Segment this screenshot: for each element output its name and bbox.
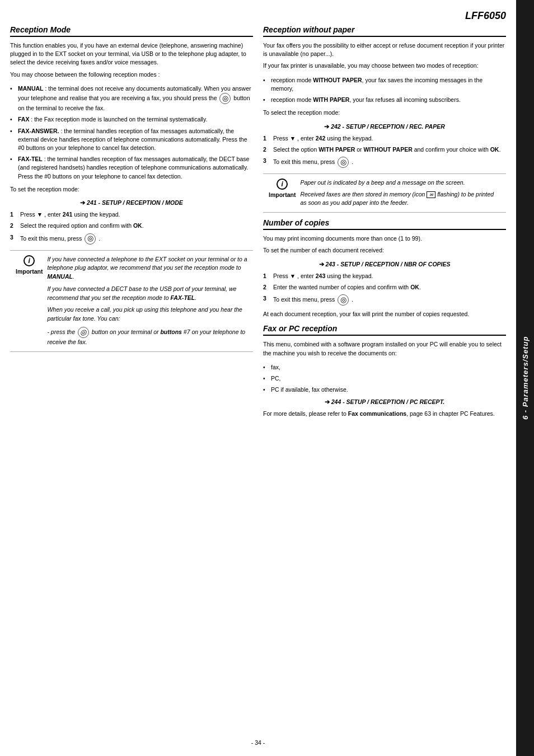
envelope-icon: ✉	[427, 191, 435, 198]
reception-without-paper-title: Reception without paper	[263, 25, 506, 37]
list-item: FAX-TEL : the terminal handles reception…	[10, 155, 253, 181]
number-of-copies-body: You may print incoming documents more th…	[263, 234, 506, 255]
main-content: LFF6050 Reception Mode This function ena…	[0, 0, 516, 756]
side-tab-label: 6 - Parameters/Setup	[521, 336, 530, 420]
page-number: - 34 -	[251, 739, 265, 746]
important-box-right1: i Important Paper out is indicated by a …	[263, 173, 506, 213]
command-path-242: 242 - SETUP / RECEPTION / REC. PAPER	[263, 123, 506, 130]
important-icon: i	[24, 255, 35, 266]
select-reception-text: To select the reception mode:	[263, 109, 506, 117]
reception-without-paper-body: Your fax offers you the possibility to e…	[263, 41, 506, 71]
exit-menu-icon-243	[338, 294, 349, 306]
reception-mode-intro: This function enables you, if you have a…	[10, 41, 253, 79]
reception-without-paper-modes: reception mode WITHOUT PAPER, your fax s…	[263, 76, 506, 105]
step-item: 1 Press ▼ , enter 243 using the keypad.	[263, 272, 506, 280]
list-item: PC if available, fax otherwise.	[263, 386, 506, 394]
page-container: LFF6050 Reception Mode This function ena…	[0, 0, 534, 756]
page-header: LFF6050	[10, 10, 506, 22]
reception-mode-title: Reception Mode	[10, 25, 253, 37]
important-box-left: i Important If you have connected a tele…	[10, 250, 253, 352]
steps-list-242: 1 Press ▼ , enter 242 using the keypad. …	[263, 134, 506, 168]
important-label: Important	[16, 267, 43, 276]
menu-button-icon	[219, 93, 231, 104]
step-item: 1 Press ▼ , enter 241 using the keypad.	[10, 210, 253, 219]
step-item: 2 Select the required option and confirm…	[10, 222, 253, 230]
command-path-243: 243 - SETUP / RECEPTION / NBR OF COPIES	[263, 261, 506, 267]
command-path-241: 241 - SETUP / RECEPTION / MODE	[10, 199, 253, 206]
fax-or-pc-body: This menu, combined with a software prog…	[263, 340, 506, 357]
list-item: reception mode WITHOUT PAPER, your fax s…	[263, 76, 506, 93]
number-of-copies-title: Number of copies	[263, 218, 506, 230]
command-path-244: 244 - SETUP / RECEPTION / PC RECEPT.	[263, 398, 506, 405]
step-item: 3 To exit this menu, press .	[263, 294, 506, 306]
exit-menu-icon	[85, 233, 96, 245]
steps-list-241: 1 Press ▼ , enter 241 using the keypad. …	[10, 210, 253, 244]
side-tab: 6 - Parameters/Setup	[516, 0, 534, 756]
right-column: Reception without paper Your fax offers …	[263, 25, 506, 730]
page-footer: - 34 -	[10, 739, 506, 746]
step-item: 3 To exit this menu, press .	[263, 157, 506, 168]
number-copies-outro: At each document reception, your fax wil…	[263, 310, 506, 318]
list-item: PC,	[263, 374, 506, 383]
list-item: reception mode WITH PAPER, your fax refu…	[263, 96, 506, 104]
exit-menu-icon-242	[338, 157, 349, 168]
step-item: 2 Enter the wanted number of copies and …	[263, 283, 506, 292]
step-item: 2 Select the option WITH PAPER or WITHOU…	[263, 145, 506, 154]
list-item: FAX-ANSWER. : the terminal handles recep…	[10, 127, 253, 153]
fax-or-pc-outro: For more details, please refer to Fax co…	[263, 410, 506, 418]
fax-or-pc-title: Fax or PC reception	[263, 324, 506, 336]
fax-or-pc-list: fax, PC, PC if available, fax otherwise.	[263, 363, 506, 395]
page-title: LFF6050	[465, 10, 506, 22]
important-label-r1: Important	[269, 191, 296, 200]
left-column: Reception Mode This function enables you…	[10, 25, 253, 730]
two-column-layout: Reception Mode This function enables you…	[10, 25, 506, 730]
set-reception-text: To set the reception mode:	[10, 185, 253, 194]
press-button-icon	[78, 327, 89, 338]
list-item: FAX : the Fax reception mode is launched…	[10, 115, 253, 124]
step-item: 3 To exit this menu, press .	[10, 233, 253, 245]
important-text-left: If you have connected a telephone to the…	[47, 255, 247, 347]
step-item: 1 Press ▼ , enter 242 using the keypad.	[263, 134, 506, 143]
list-item: MANUAL : the terminal does not receive a…	[10, 84, 253, 112]
important-icon-r1: i	[277, 179, 288, 190]
steps-list-243: 1 Press ▼ , enter 243 using the keypad. …	[263, 272, 506, 306]
reception-modes-list: MANUAL : the terminal does not receive a…	[10, 84, 253, 181]
list-item: fax,	[263, 363, 506, 372]
important-text-right1: Paper out is indicated by a beep and a m…	[300, 179, 500, 208]
